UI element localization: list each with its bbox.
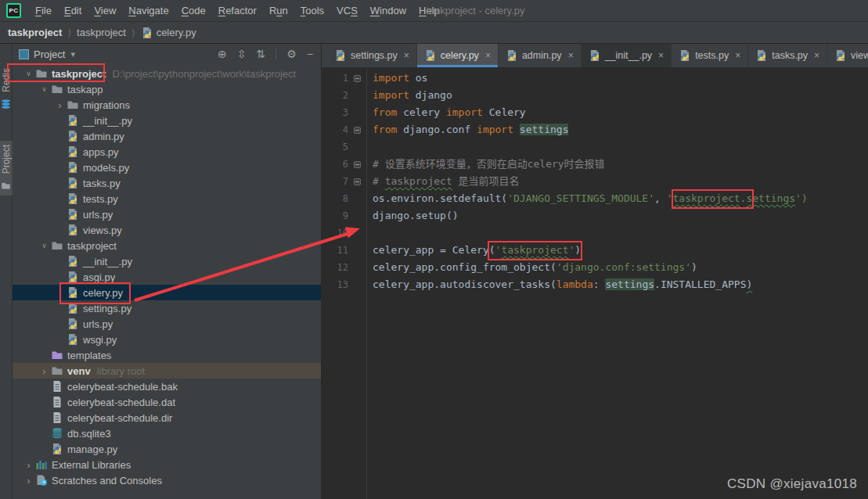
code-line-9[interactable]: 9django.setup() bbox=[322, 207, 868, 224]
chevron-collapsed-icon[interactable]: › bbox=[22, 475, 35, 486]
code-line-7[interactable]: 7# taskproject 是当前项目名 bbox=[322, 173, 868, 190]
tab-celery-py[interactable]: celery.py× bbox=[417, 44, 499, 67]
close-icon[interactable]: × bbox=[814, 50, 819, 61]
menu-edit[interactable]: Edit bbox=[58, 0, 88, 21]
tree-item-settings-py[interactable]: settings.py bbox=[13, 300, 321, 316]
breadcrumb-file[interactable]: celery.py bbox=[157, 27, 196, 38]
hide-icon[interactable]: − bbox=[307, 48, 313, 60]
code-line-12[interactable]: 12celery_app.config_from_object('django.… bbox=[322, 259, 868, 276]
close-icon[interactable]: × bbox=[658, 50, 664, 61]
close-icon[interactable]: × bbox=[568, 50, 574, 61]
chevron-collapsed-icon[interactable]: › bbox=[53, 99, 67, 111]
line-number: 1 bbox=[322, 70, 348, 87]
chevron-expanded-icon[interactable]: ∨ bbox=[38, 242, 51, 250]
tree-item--init-py[interactable]: __init__.py bbox=[13, 113, 321, 128]
tree-item-asgi-py[interactable]: asgi.py bbox=[13, 269, 321, 285]
code-text: # 设置系统环境变量，否则在启动celery时会报错 bbox=[366, 156, 605, 173]
settings-gear-icon[interactable]: ⚙ bbox=[286, 48, 297, 60]
code-line-5[interactable]: 5 bbox=[322, 138, 868, 156]
menu-navigate[interactable]: Navigate bbox=[122, 0, 175, 21]
breadcrumb-package[interactable]: taskproject bbox=[77, 27, 126, 38]
code-line-6[interactable]: 6# 设置系统环境变量，否则在启动celery时会报错 bbox=[322, 156, 868, 173]
tree-item-tasks-py[interactable]: tasks.py bbox=[13, 175, 321, 191]
tree-item-celerybeat-schedule-dat[interactable]: celerybeat-schedule.dat bbox=[13, 394, 321, 410]
tool-window-button-redis[interactable]: Redis bbox=[0, 64, 13, 114]
code-editor[interactable]: 1import os2import django3from celery imp… bbox=[322, 68, 868, 499]
menu-file[interactable]: File bbox=[29, 0, 58, 21]
chevron-expanded-icon[interactable]: ∨ bbox=[22, 70, 35, 77]
tab-views-py[interactable]: views.py× bbox=[827, 44, 868, 67]
menu-code[interactable]: Code bbox=[175, 0, 212, 21]
project-panel-toolbar: ⊕⇳⇅⚙− bbox=[218, 48, 313, 60]
python-file-icon bbox=[334, 49, 347, 62]
collapse-all-icon[interactable]: ⇅ bbox=[257, 48, 266, 60]
tree-item-tests-py[interactable]: tests.py bbox=[13, 191, 321, 206]
menu-tools[interactable]: Tools bbox=[294, 0, 330, 21]
tree-item-external-libraries[interactable]: ›External Libraries bbox=[13, 457, 321, 472]
tab--init-py[interactable]: __init__.py× bbox=[582, 44, 672, 67]
code-line-2[interactable]: 2import django bbox=[322, 87, 868, 104]
code-line-1[interactable]: 1import os bbox=[322, 70, 868, 87]
tree-item-venv[interactable]: ›venvlibrary root bbox=[13, 363, 321, 379]
tree-item-taskproject[interactable]: ∨taskproject bbox=[13, 238, 321, 253]
tree-item-views-py[interactable]: views.py bbox=[13, 222, 321, 238]
tab-settings-py[interactable]: settings.py× bbox=[327, 44, 417, 67]
tree-item--init-py[interactable]: __init__.py bbox=[13, 253, 321, 269]
tree-item-urls-py[interactable]: urls.py bbox=[13, 316, 321, 332]
code-line-3[interactable]: 3from celery import Celery bbox=[322, 104, 868, 121]
chevron-expanded-icon[interactable]: ∨ bbox=[38, 85, 51, 93]
python-file-icon bbox=[67, 302, 79, 314]
tree-item-taskapp[interactable]: ∨taskapp bbox=[13, 81, 321, 97]
tree-item-label: urls.py bbox=[79, 209, 113, 221]
tree-item-label: taskproject bbox=[63, 240, 117, 252]
code-line-8[interactable]: 8os.environ.setdefault('DJANGO_SETTINGS_… bbox=[322, 190, 868, 207]
chevron-down-icon[interactable]: ▾ bbox=[70, 49, 75, 59]
fold-marker-icon[interactable] bbox=[348, 156, 366, 173]
code-line-11[interactable]: 11celery_app = Celery('taskproject') bbox=[322, 242, 868, 259]
tree-item-apps-py[interactable]: apps.py bbox=[13, 144, 321, 160]
locate-icon[interactable]: ⊕ bbox=[218, 48, 227, 60]
code-line-10[interactable]: 10 bbox=[322, 224, 868, 242]
tree-item-manage-py[interactable]: manage.py bbox=[13, 441, 321, 457]
code-line-13[interactable]: 13celery_app.autodiscover_tasks(lambda: … bbox=[322, 276, 868, 293]
python-file-icon bbox=[67, 161, 79, 174]
menu-view[interactable]: View bbox=[88, 0, 122, 21]
code-line-4[interactable]: 4from django.conf import settings bbox=[322, 121, 868, 138]
tree-item-scratches-and-consoles[interactable]: ›Scratches and Consoles bbox=[13, 472, 321, 488]
tree-item-templates[interactable]: templates bbox=[13, 347, 321, 363]
editor-tab-bar: settings.py×celery.py×admin.py×__init__.… bbox=[322, 44, 868, 68]
fold-marker-icon[interactable] bbox=[348, 173, 366, 190]
tab-admin-py[interactable]: admin.py× bbox=[499, 44, 582, 67]
close-icon[interactable]: × bbox=[735, 50, 740, 61]
tree-item-celery-py[interactable]: celery.py bbox=[13, 285, 321, 300]
tool-window-icon bbox=[19, 49, 29, 59]
menu-run[interactable]: Run bbox=[263, 0, 294, 21]
tab-tasks-py[interactable]: tasks.py× bbox=[748, 44, 827, 67]
tool-window-button-project[interactable]: Project bbox=[0, 141, 13, 196]
tab-tests-py[interactable]: tests.py× bbox=[672, 44, 748, 67]
close-icon[interactable]: × bbox=[485, 50, 491, 61]
chevron-collapsed-icon[interactable]: › bbox=[38, 365, 51, 377]
fold-marker-icon[interactable] bbox=[348, 70, 366, 87]
tree-item-taskproject[interactable]: ∨taskprojectD:\project\pythonproject\wor… bbox=[13, 66, 321, 81]
tree-item-wsgi-py[interactable]: wsgi.py bbox=[13, 332, 321, 347]
tree-item-db-sqlite3[interactable]: db.sqlite3 bbox=[13, 425, 321, 441]
chevron-collapsed-icon[interactable]: › bbox=[22, 459, 35, 471]
tree-item-urls-py[interactable]: urls.py bbox=[13, 206, 321, 222]
menu-refactor[interactable]: Refactor bbox=[212, 0, 263, 21]
expand-all-icon[interactable]: ⇳ bbox=[237, 48, 247, 60]
tree-item-admin-py[interactable]: admin.py bbox=[13, 128, 321, 144]
fold-marker-icon[interactable] bbox=[348, 121, 366, 138]
tree-item-models-py[interactable]: models.py bbox=[13, 160, 321, 175]
project-panel-title[interactable]: Project bbox=[34, 48, 65, 60]
tree-item-label: wsgi.py bbox=[79, 334, 117, 346]
close-icon[interactable]: × bbox=[404, 50, 409, 61]
title-bar: PC FileEditViewNavigateCodeRefactorRunTo… bbox=[0, 0, 868, 22]
tree-item-migrations[interactable]: ›migrations bbox=[13, 97, 321, 113]
annotation-box-code-line-11 bbox=[488, 241, 582, 260]
menu-window[interactable]: Window bbox=[364, 0, 412, 21]
menu-vcs[interactable]: VCS bbox=[330, 0, 364, 21]
tree-item-celerybeat-schedule-dir[interactable]: celerybeat-schedule.dir bbox=[13, 410, 321, 425]
breadcrumb-project[interactable]: taskproject bbox=[8, 27, 62, 38]
tree-item-celerybeat-schedule-bak[interactable]: celerybeat-schedule.bak bbox=[13, 379, 321, 394]
